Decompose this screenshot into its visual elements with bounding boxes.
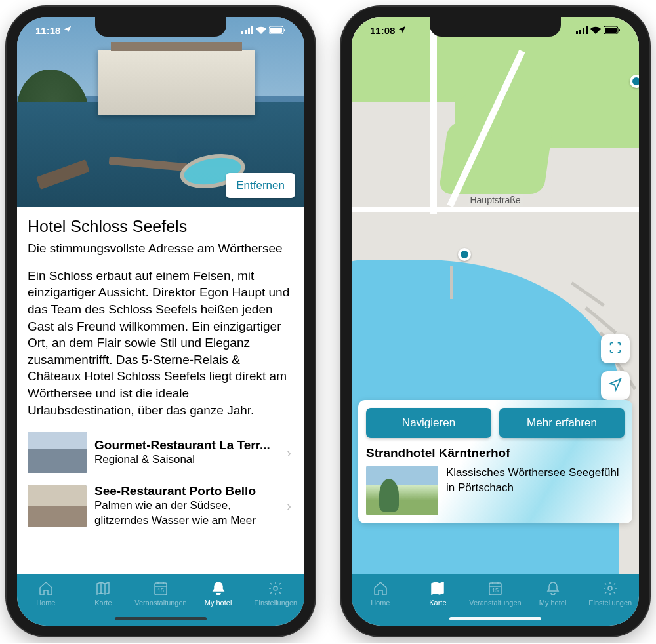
status-time: 11:18 [35, 25, 60, 36]
svg-rect-3 [251, 26, 253, 34]
svg-rect-0 [241, 31, 243, 34]
svg-point-9 [274, 586, 277, 590]
map-icon [428, 580, 447, 597]
battery-icon [604, 25, 621, 36]
svg-rect-5 [270, 28, 282, 33]
remove-button[interactable]: Entfernen [226, 173, 295, 198]
item-subtitle: Palmen wie an der Südsee, glitzerndes Wa… [94, 498, 279, 527]
chevron-right-icon: › [287, 498, 294, 513]
home-icon [37, 580, 55, 597]
tab-label: Home [36, 599, 55, 607]
signal-icon [576, 25, 588, 36]
navigate-button[interactable]: Navigieren [366, 408, 491, 438]
screen-map: 11:08 [352, 17, 639, 626]
svg-text:15: 15 [157, 587, 164, 594]
wifi-icon [590, 25, 601, 36]
item-title: Gourmet-Restaurant La Terr... [94, 438, 279, 453]
map-marker[interactable] [458, 248, 471, 261]
poi-title: Strandhotel Kärntnerhof [366, 446, 625, 460]
item-title: See-Restaurant Porto Bello [94, 484, 279, 498]
tab-home[interactable]: Home [17, 580, 75, 607]
poi-thumbnail [366, 466, 438, 515]
tab-events[interactable]: 15 Veranstaltungen [466, 580, 524, 607]
crosshair-icon [608, 340, 623, 357]
thumbnail [28, 485, 87, 527]
tab-label: Karte [429, 599, 446, 607]
tab-label: My hotel [205, 599, 232, 607]
location-icon [63, 25, 72, 36]
tab-label: Home [371, 599, 390, 607]
map-icon [94, 580, 112, 597]
tab-label: Veranstaltungen [134, 599, 187, 607]
svg-rect-6 [284, 29, 285, 31]
home-indicator[interactable] [449, 617, 541, 620]
signal-icon [241, 25, 253, 36]
tab-home[interactable]: Home [352, 580, 409, 607]
poi-description: Klassisches Wörthersee Seegefühl in Pört… [446, 466, 625, 496]
tab-map[interactable]: Karte [409, 580, 467, 607]
location-icon [398, 25, 407, 36]
map-view[interactable]: Hauptstraße Navigieren [352, 17, 639, 574]
svg-rect-13 [586, 26, 588, 34]
hero-image: Entfernen [17, 17, 304, 207]
tab-map[interactable]: Karte [75, 580, 133, 607]
street-label: Hauptstraße [467, 194, 523, 206]
svg-rect-15 [605, 28, 617, 33]
tab-label: Karte [94, 599, 112, 607]
svg-rect-1 [245, 30, 247, 34]
notch [430, 17, 561, 37]
bell-icon [209, 580, 228, 597]
map-marker[interactable] [630, 75, 639, 88]
thumbnail [28, 432, 87, 473]
tab-label: Einstellungen [588, 599, 632, 607]
navigation-icon [608, 377, 623, 394]
screen-myhotel: 11:18 [17, 17, 304, 626]
recenter-button[interactable] [601, 334, 630, 363]
home-icon [371, 580, 390, 597]
svg-text:15: 15 [492, 587, 499, 594]
tab-label: Veranstaltungen [469, 599, 522, 607]
hotel-subtitle: Die stimmungsvollste Adresse am Wörthers… [28, 240, 294, 257]
poi-card: Navigieren Mehr erfahren Strandhotel Kär… [358, 400, 632, 523]
tab-events[interactable]: 15 Veranstaltungen [132, 580, 190, 607]
svg-rect-2 [248, 28, 250, 34]
tab-myhotel[interactable]: My hotel [190, 580, 247, 607]
tab-settings[interactable]: Einstellungen [247, 580, 304, 607]
svg-rect-12 [583, 28, 584, 34]
tab-label: My hotel [539, 599, 567, 607]
tab-myhotel[interactable]: My hotel [524, 580, 582, 607]
status-time: 11:08 [370, 25, 395, 36]
tab-label: Einstellungen [254, 599, 297, 607]
list-item[interactable]: See-Restaurant Porto Bello Palmen wie an… [28, 479, 294, 533]
item-subtitle: Regional & Saisonal [94, 453, 279, 467]
svg-rect-10 [576, 31, 578, 34]
content-area[interactable]: Hotel Schloss Seefels Die stimmungsvolls… [17, 207, 304, 574]
bell-icon [544, 580, 562, 597]
chevron-right-icon: › [287, 445, 294, 460]
phone-right: 11:08 [341, 7, 649, 636]
svg-point-19 [608, 586, 612, 590]
calendar-icon: 15 [152, 580, 170, 597]
gear-icon [266, 580, 285, 597]
gear-icon [601, 580, 619, 597]
svg-rect-11 [579, 30, 581, 34]
home-indicator[interactable] [115, 617, 207, 620]
hotel-description: Ein Schloss erbaut auf einem Felsen, mit… [28, 268, 294, 419]
locate-button[interactable] [601, 371, 630, 400]
svg-rect-16 [619, 29, 620, 31]
tab-settings[interactable]: Einstellungen [581, 580, 639, 607]
list-item[interactable]: Gourmet-Restaurant La Terr... Regional &… [28, 426, 294, 479]
wifi-icon [256, 25, 266, 36]
more-button[interactable]: Mehr erfahren [499, 408, 625, 438]
hotel-title: Hotel Schloss Seefels [28, 216, 294, 236]
phone-left: 11:18 [7, 7, 315, 636]
battery-icon [269, 25, 286, 36]
calendar-icon: 15 [486, 580, 504, 597]
notch [95, 17, 226, 37]
